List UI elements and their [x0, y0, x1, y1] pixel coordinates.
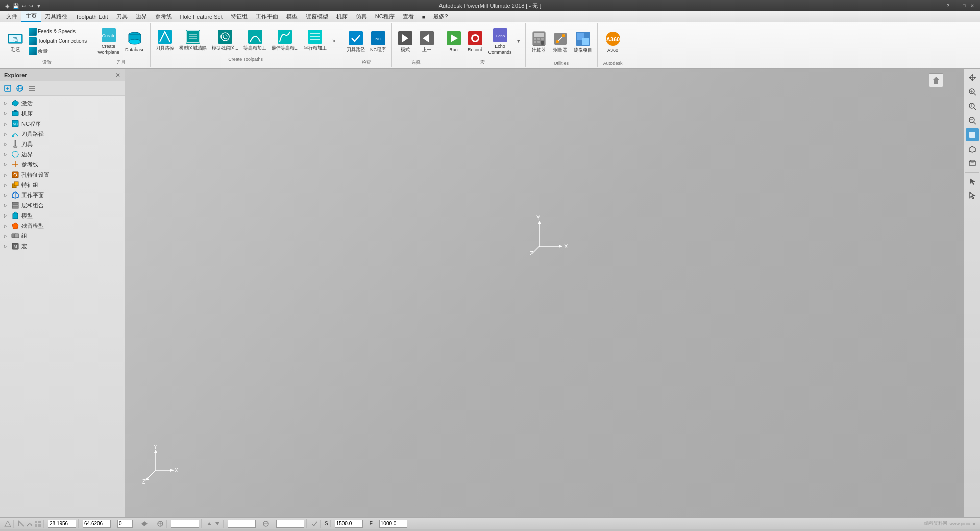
rt-zoom-extent-button[interactable]: [966, 85, 979, 99]
mode-button[interactable]: 模式: [395, 29, 415, 54]
preview-project-button[interactable]: 绽像项目: [572, 30, 594, 54]
quick-save[interactable]: 💾: [12, 3, 20, 9]
rt-select-button[interactable]: [966, 175, 979, 188]
menu-feature-group[interactable]: 特征组: [227, 11, 252, 22]
previous-button[interactable]: 上一: [416, 29, 437, 54]
tree-item-machine[interactable]: ▷ 机床: [0, 108, 125, 118]
database-button[interactable]: Database: [123, 29, 147, 54]
tree-item-active[interactable]: ▷ 激活: [0, 98, 125, 108]
tree-item-workplane[interactable]: ▷ 工作平面: [0, 190, 125, 200]
status-field1-input[interactable]: [171, 520, 199, 528]
run-button[interactable]: Run: [444, 29, 464, 54]
create-workplane-button[interactable]: Create CreateWorkplane: [95, 26, 121, 56]
measure-button[interactable]: 测量器: [550, 30, 571, 54]
toolpath-verify-button[interactable]: 刀具路径: [345, 29, 367, 54]
maobi-button[interactable]: 毛 毛坯: [5, 29, 26, 54]
best-contour-button[interactable]: 最佳等高精...: [270, 28, 301, 52]
menu-simulation[interactable]: 仿真: [352, 11, 371, 22]
echo-commands-button[interactable]: Echo EchoCommands: [486, 26, 514, 56]
rt-move-button[interactable]: [966, 71, 979, 84]
tree-item-group[interactable]: ▷ 组: [0, 231, 125, 241]
tolerance-button[interactable]: 余量: [27, 46, 89, 56]
select-group-label: 选择: [411, 59, 421, 66]
menu-extra[interactable]: ■: [418, 11, 430, 22]
toolpath-connections-button[interactable]: Toolpath Connections: [27, 37, 89, 46]
quick-dropdown[interactable]: ▼: [35, 3, 42, 9]
tools-group-label: 刀具: [116, 59, 126, 66]
record-button[interactable]: Record: [465, 29, 485, 54]
tree-item-hole[interactable]: ▷ 孔特征设置: [0, 170, 125, 180]
parallel-finish-button[interactable]: 平行精加工: [302, 28, 329, 52]
tree-item-macro[interactable]: ▷ M 宏: [0, 241, 125, 251]
menu-boundary[interactable]: 边界: [132, 11, 151, 22]
status-s-input[interactable]: 1500.0: [335, 520, 363, 528]
menu-toolpath[interactable]: 刀具路径: [41, 11, 71, 22]
svg-rect-43: [534, 41, 536, 43]
viewport[interactable]: Z Y X Y Z: [125, 69, 964, 517]
tree-item-layer[interactable]: ▷ 层和组合: [0, 200, 125, 210]
close-button[interactable]: ✕: [969, 2, 976, 9]
help-button[interactable]: ?: [944, 2, 951, 9]
svg-rect-40: [534, 38, 536, 40]
quick-redo[interactable]: ↪: [28, 3, 34, 9]
feeds-speeds-button[interactable]: Feeds & Speeds: [27, 27, 89, 36]
status-x-input[interactable]: 28.1956: [48, 520, 76, 528]
status-y-input[interactable]: 64.6206: [83, 520, 111, 528]
menu-residual-model[interactable]: 绽窗模型: [302, 11, 332, 22]
toolpath-verify-label: 刀具路径: [347, 47, 365, 53]
svg-rect-42: [541, 38, 544, 40]
macro-settings-button[interactable]: ▼: [515, 38, 522, 45]
menu-tool[interactable]: 刀具: [112, 11, 132, 22]
explorer-globe-button[interactable]: [14, 83, 26, 94]
menu-view[interactable]: 查看: [399, 11, 418, 22]
mode-label: 模式: [401, 47, 410, 53]
toolpath-type-button[interactable]: 刀具路径: [154, 28, 176, 52]
explorer-list-button[interactable]: [27, 83, 38, 94]
feeds-speeds-label: Feeds & Speeds: [38, 29, 76, 34]
explorer-new-button[interactable]: [2, 83, 13, 94]
contour-finish-button[interactable]: 等高精加工: [241, 28, 268, 52]
rt-3d-view-button[interactable]: [966, 142, 979, 156]
menu-reference[interactable]: 参考线: [151, 11, 176, 22]
quick-undo[interactable]: ↩: [21, 3, 27, 9]
restore-button[interactable]: □: [961, 2, 968, 9]
menu-file[interactable]: 文件: [2, 11, 21, 22]
menu-nc-program[interactable]: NC程序: [371, 11, 399, 22]
tree-item-boundary[interactable]: ▷ 边界: [0, 149, 125, 159]
model-area-clearance-button[interactable]: 模型区域清除: [177, 28, 209, 52]
svg-point-7: [129, 39, 141, 44]
status-z-input[interactable]: 0: [117, 520, 133, 528]
status-field2-input[interactable]: [228, 520, 256, 528]
rt-flat-button[interactable]: [966, 157, 979, 170]
model-residual-button[interactable]: 模型残留区...: [210, 28, 241, 52]
a360-button[interactable]: A360 A360: [603, 30, 623, 54]
status-field3-input[interactable]: [276, 520, 304, 528]
rt-pick-button[interactable]: [966, 189, 979, 202]
rt-zoom-area-button[interactable]: [966, 114, 979, 127]
menu-home[interactable]: 主页: [21, 11, 41, 22]
tree-item-model[interactable]: ▷ 模型: [0, 210, 125, 221]
tree-item-nc[interactable]: ▷ NC NC程序: [0, 118, 125, 129]
nc-program-verify-button[interactable]: NC NC程序: [368, 29, 388, 54]
ribbon-group-tools: Create CreateWorkplane Database: [92, 23, 150, 67]
rt-zoom-button[interactable]: [966, 100, 979, 113]
more-toolpaths-button[interactable]: »: [330, 31, 338, 49]
rt-active-blue-button[interactable]: [966, 128, 979, 141]
status-f-input[interactable]: 1000.0: [379, 520, 407, 528]
layer-icon: [11, 201, 19, 209]
tree-item-toolpath[interactable]: ▷ 刀具路径: [0, 129, 125, 139]
explorer-close-button[interactable]: ✕: [115, 71, 120, 79]
menu-model[interactable]: 模型: [282, 11, 302, 22]
tree-item-tool[interactable]: ▷ 刀具: [0, 139, 125, 149]
menu-hole-feature[interactable]: Hole Feature Set: [176, 11, 227, 22]
viewport-home-button[interactable]: [929, 73, 943, 87]
menu-machine[interactable]: 机床: [332, 11, 352, 22]
tree-item-residual-model[interactable]: ▷ 残留模型: [0, 221, 125, 231]
menu-toolpath-edit[interactable]: Toolpath Edit: [71, 11, 112, 22]
minimize-button[interactable]: ─: [952, 2, 960, 9]
tree-item-reference[interactable]: ▷ 参考线: [0, 159, 125, 170]
menu-more[interactable]: 最多?: [429, 11, 452, 22]
calculator-button[interactable]: 计算器: [529, 30, 549, 54]
tree-item-feature-group[interactable]: ▷ 特征组: [0, 180, 125, 190]
menu-workplane[interactable]: 工作平面: [252, 11, 282, 22]
